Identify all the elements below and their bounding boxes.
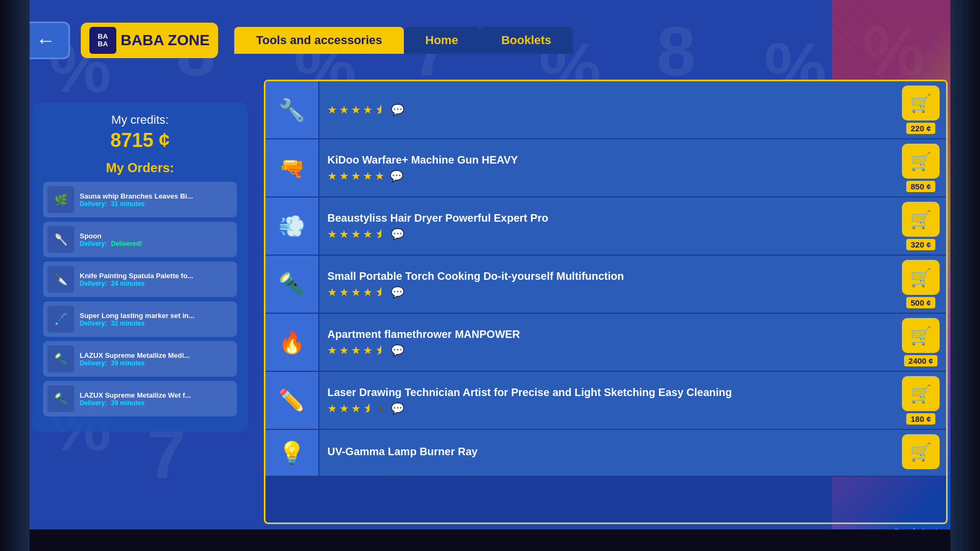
cart-icon: 🛒 bbox=[910, 93, 932, 114]
product-name-1: KiDoo Warfare+ Machine Gun HEAVY bbox=[327, 153, 887, 166]
product-item-partial-top[interactable]: 🔧 ★ ★ ★ ★ ⯨ 💬 🛒 220 ¢ bbox=[265, 81, 946, 139]
buy-button-6[interactable]: 🛒 bbox=[902, 434, 940, 469]
product-info-6: UV-Gamma Lamp Burner Ray bbox=[319, 440, 895, 467]
product-buy-1: 🛒 850 ¢ bbox=[895, 139, 946, 196]
order-item-4[interactable]: 🔦 LAZUX Supreme Metallize Medi... Delive… bbox=[43, 341, 237, 377]
order-item-3[interactable]: 🖊️ Super Long lasting marker set in... D… bbox=[43, 301, 237, 337]
order-thumb-4: 🔦 bbox=[47, 345, 74, 372]
order-item-0[interactable]: 🌿 Sauna whip Branches Leaves Bi... Deliv… bbox=[43, 182, 237, 217]
stars-3: ★ ★ ★ ★ ⯨ 💬 bbox=[327, 286, 887, 299]
left-panel: My credits: 8715 ¢ My Orders: 🌿 Sauna wh… bbox=[32, 102, 248, 432]
buy-button-4[interactable]: 🛒 bbox=[902, 318, 940, 353]
product-item-1[interactable]: 🔫 KiDoo Warfare+ Machine Gun HEAVY ★ ★ ★… bbox=[265, 139, 946, 197]
header: ← BA BA BABA ZONE Tools and accessories … bbox=[22, 22, 958, 59]
order-info-0: Sauna whip Branches Leaves Bi... Deliver… bbox=[80, 192, 233, 208]
cart-icon-1: 🛒 bbox=[910, 151, 932, 172]
product-buy-partial: 🛒 220 ¢ bbox=[895, 81, 946, 138]
order-delivery-2: Delivery: 24 minutes bbox=[80, 280, 233, 287]
price-badge-partial: 220 ¢ bbox=[906, 123, 935, 134]
side-panel-left bbox=[0, 0, 30, 551]
order-info-1: Spoon Delivery: Delivered! bbox=[80, 232, 233, 248]
order-delivery-3: Delivery: 32 minutes bbox=[80, 320, 233, 327]
order-thumb-1: 🥄 bbox=[47, 226, 74, 253]
product-item-5[interactable]: ✏️ Laser Drawing Technician Artist for P… bbox=[265, 372, 946, 430]
product-item-3[interactable]: 🔦 Small Portable Torch Cooking Do-it-you… bbox=[265, 256, 946, 314]
product-info-partial: ★ ★ ★ ★ ⯨ 💬 bbox=[319, 98, 895, 122]
order-thumb-2: 🔪 bbox=[47, 266, 74, 293]
product-thumb-1: 🔫 bbox=[265, 139, 319, 196]
order-info-5: LAZUX Supreme Metallize Wet f... Deliver… bbox=[80, 391, 233, 407]
cart-icon-2: 🛒 bbox=[910, 209, 932, 230]
stars-2: ★ ★ ★ ★ ⯨ 💬 bbox=[327, 228, 887, 241]
product-thumb-2: 💨 bbox=[265, 197, 319, 255]
comment-icon-3: 💬 bbox=[391, 286, 404, 299]
nav-tabs: Tools and accessories Home Booklets bbox=[234, 27, 572, 54]
order-info-4: LAZUX Supreme Metallize Medi... Delivery… bbox=[80, 351, 233, 367]
product-buy-5: 🛒 180 ¢ bbox=[895, 372, 946, 429]
product-item-2[interactable]: 💨 Beaustyliss Hair Dryer Powerful Expert… bbox=[265, 197, 946, 256]
stars-4: ★ ★ ★ ★ ⯨ 💬 bbox=[327, 344, 887, 357]
star-3: ★ bbox=[351, 103, 361, 116]
comment-icon-5: 💬 bbox=[391, 402, 404, 415]
tab-booklets[interactable]: Booklets bbox=[480, 27, 573, 54]
buy-button-2[interactable]: 🛒 bbox=[902, 202, 940, 237]
product-buy-2: 🛒 320 ¢ bbox=[895, 197, 946, 255]
order-delivery-5: Delivery: 39 minutes bbox=[80, 399, 233, 407]
product-info-1: KiDoo Warfare+ Machine Gun HEAVY ★ ★ ★ ★… bbox=[319, 148, 895, 188]
cart-icon-4: 🛒 bbox=[910, 326, 932, 346]
star-4: ★ bbox=[363, 103, 373, 116]
comment-icon-1: 💬 bbox=[390, 169, 403, 182]
buy-button-3[interactable]: 🛒 bbox=[902, 260, 940, 295]
order-info-2: Knife Painting Spatula Palette fo... Del… bbox=[80, 272, 233, 287]
buy-button-5[interactable]: 🛒 bbox=[902, 376, 940, 411]
order-delivery-1: Delivery: Delivered! bbox=[80, 240, 233, 248]
product-item-4[interactable]: 🔥 Apartment flamethrower MANPOWER ★ ★ ★ … bbox=[265, 314, 946, 372]
product-buy-6: 🛒 bbox=[895, 430, 946, 476]
back-arrow-icon: ← bbox=[36, 29, 55, 52]
order-item-1[interactable]: 🥄 Spoon Delivery: Delivered! bbox=[43, 222, 237, 257]
order-delivery-4: Delivery: 39 minutes bbox=[80, 359, 233, 367]
order-info-3: Super Long lasting marker set in... Deli… bbox=[80, 312, 233, 327]
comment-icon-2: 💬 bbox=[391, 228, 404, 241]
order-name-2: Knife Painting Spatula Palette fo... bbox=[80, 272, 225, 280]
star-1: ★ bbox=[327, 103, 337, 116]
product-name-5: Laser Drawing Technician Artist for Prec… bbox=[327, 386, 887, 399]
product-thumb-3: 🔦 bbox=[265, 256, 319, 313]
product-info-2: Beaustyliss Hair Dryer Powerful Expert P… bbox=[319, 206, 895, 246]
logo-text: BABA ZONE bbox=[121, 33, 209, 48]
price-badge-5: 180 ¢ bbox=[906, 413, 935, 425]
product-info-4: Apartment flamethrower MANPOWER ★ ★ ★ ★ … bbox=[319, 322, 895, 362]
product-item-6[interactable]: 💡 UV-Gamma Lamp Burner Ray 🛒 bbox=[265, 430, 946, 477]
side-panel-bottom bbox=[30, 529, 950, 551]
price-badge-3: 500 ¢ bbox=[906, 297, 935, 308]
stars-1: ★ ★ ★ ★ ★ 💬 bbox=[327, 169, 887, 182]
order-delivery-0: Delivery: 31 minutes bbox=[80, 200, 233, 208]
main-content: ← BA BA BABA ZONE Tools and accessories … bbox=[0, 0, 980, 551]
product-name-6: UV-Gamma Lamp Burner Ray bbox=[327, 445, 887, 458]
product-info-5: Laser Drawing Technician Artist for Prec… bbox=[319, 380, 895, 420]
order-name-3: Super Long lasting marker set in... bbox=[80, 312, 225, 320]
product-buy-3: 🛒 500 ¢ bbox=[895, 256, 946, 313]
order-item-5[interactable]: 🔦 LAZUX Supreme Metallize Wet f... Deliv… bbox=[43, 381, 237, 416]
tab-home[interactable]: Home bbox=[404, 27, 480, 54]
order-thumb-0: 🌿 bbox=[47, 186, 74, 213]
price-badge-1: 850 ¢ bbox=[906, 181, 935, 192]
product-name-2: Beaustyliss Hair Dryer Powerful Expert P… bbox=[327, 211, 887, 224]
product-name-3: Small Portable Torch Cooking Do-it-yours… bbox=[327, 270, 887, 282]
product-thumb-6: 💡 bbox=[265, 430, 319, 476]
order-thumb-5: 🔦 bbox=[47, 385, 74, 412]
buy-button-partial[interactable]: 🛒 bbox=[902, 86, 940, 121]
order-item-2[interactable]: 🔪 Knife Painting Spatula Palette fo... D… bbox=[43, 262, 237, 297]
product-buy-4: 🛒 2400 ¢ bbox=[895, 314, 946, 371]
star-2: ★ bbox=[339, 103, 349, 116]
star-5-half: ⯨ bbox=[375, 104, 386, 116]
logo: BA BA BABA ZONE bbox=[81, 23, 218, 58]
product-thumb-4: 🔥 bbox=[265, 314, 319, 371]
tab-tools-accessories[interactable]: Tools and accessories bbox=[234, 27, 403, 54]
product-name-4: Apartment flamethrower MANPOWER bbox=[327, 328, 887, 341]
stars-partial: ★ ★ ★ ★ ⯨ 💬 bbox=[327, 103, 887, 116]
side-panel-right bbox=[950, 0, 980, 551]
buy-button-1[interactable]: 🛒 bbox=[902, 144, 940, 179]
order-name-0: Sauna whip Branches Leaves Bi... bbox=[80, 192, 225, 200]
credits-value: 8715 ¢ bbox=[43, 129, 237, 152]
